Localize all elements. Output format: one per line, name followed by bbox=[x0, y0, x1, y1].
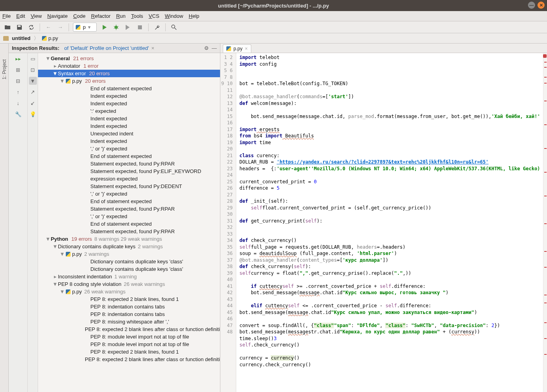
filter-icon[interactable]: ▼ bbox=[29, 77, 37, 85]
debug-icon[interactable] bbox=[112, 23, 120, 32]
tree-row[interactable]: ▼Syntax error20 errors bbox=[38, 70, 220, 77]
export-icon[interactable]: ↗ bbox=[29, 88, 37, 96]
tree-row[interactable]: Indent expected bbox=[38, 100, 220, 107]
tree-row[interactable]: ▼p.py2 warnings bbox=[38, 250, 220, 258]
wrench-icon[interactable] bbox=[153, 23, 161, 32]
minimize-button[interactable]: — bbox=[528, 2, 535, 9]
error-marker[interactable] bbox=[544, 251, 547, 252]
tree-row[interactable]: PEP 8: indentation contains tabs bbox=[38, 303, 220, 310]
tree-row[interactable]: PEP 8: module level import not at top of… bbox=[38, 333, 220, 341]
tree-row[interactable]: ',' or ')' expected bbox=[38, 213, 220, 220]
error-indicator-icon[interactable] bbox=[543, 54, 547, 58]
menu-vcs[interactable]: VCS bbox=[149, 13, 159, 19]
tree-row[interactable]: ▸Annotator1 error bbox=[38, 62, 220, 70]
error-marker[interactable] bbox=[544, 62, 547, 63]
menu-navigate[interactable]: Navigate bbox=[47, 13, 67, 19]
tree-row[interactable]: Indent expected bbox=[38, 137, 220, 145]
project-toolwindow-bar[interactable]: 1: Project bbox=[0, 44, 9, 392]
project-tool-label[interactable]: 1: Project bbox=[2, 59, 7, 80]
error-marker[interactable] bbox=[544, 101, 547, 101]
menu-help[interactable]: Help bbox=[189, 13, 199, 19]
error-marker[interactable] bbox=[544, 338, 547, 339]
tree-row[interactable]: Dictionary contains duplicate keys 'clas… bbox=[38, 265, 220, 273]
inspection-profile[interactable]: of 'Default' Profile on Project 'untitle… bbox=[64, 45, 149, 51]
run-icon[interactable] bbox=[100, 23, 109, 32]
tree-row[interactable]: Statement expected, found Py:RPAR bbox=[38, 228, 220, 235]
forward-icon[interactable]: → bbox=[56, 23, 65, 32]
expand-icon[interactable]: ⊞ bbox=[14, 66, 22, 74]
close-tab-icon[interactable]: × bbox=[151, 45, 155, 51]
tree-row[interactable]: ▼p.py26 weak warnings bbox=[38, 288, 220, 295]
menu-tools[interactable]: Tools bbox=[131, 13, 143, 19]
tree-row[interactable]: ',' or ')' expected bbox=[38, 190, 220, 198]
tree-row[interactable]: Statement expected, found Py:RPAR bbox=[38, 160, 220, 167]
error-marker[interactable] bbox=[544, 354, 547, 355]
close-button[interactable]: ✕ bbox=[537, 2, 545, 9]
save-icon[interactable] bbox=[15, 23, 24, 32]
import-icon[interactable]: ↙ bbox=[29, 99, 37, 107]
editor-body[interactable]: 1 2 3 4 5 6 7 8 9 10 11 12 13 14 15 16 1… bbox=[220, 53, 547, 392]
code-area[interactable]: import telebot import config bot = teleb… bbox=[236, 53, 543, 392]
collapse-icon[interactable]: ⊟ bbox=[14, 77, 22, 85]
next-icon[interactable]: ↓ bbox=[14, 99, 22, 107]
rerun-icon[interactable]: ▸▸ bbox=[14, 55, 22, 63]
group-icon[interactable]: ▭ bbox=[29, 55, 37, 63]
tree-row[interactable]: ▼Python19 errors8 warnings 29 weak warni… bbox=[38, 235, 220, 243]
coverage-icon[interactable] bbox=[124, 23, 132, 32]
prev-icon[interactable]: ↑ bbox=[14, 88, 22, 96]
tree-row[interactable]: Unexpected indent bbox=[38, 130, 220, 137]
tree-row[interactable]: Statement expected, found Py:ELIF_KEYWOR… bbox=[38, 167, 220, 175]
menu-view[interactable]: View bbox=[31, 13, 42, 19]
editor-tab[interactable]: p.py × bbox=[223, 44, 251, 53]
menu-file[interactable]: File bbox=[2, 13, 11, 19]
error-marker[interactable] bbox=[544, 67, 547, 68]
back-icon[interactable]: ← bbox=[44, 23, 53, 32]
tree-row[interactable]: Indent expected bbox=[38, 92, 220, 100]
tree-row[interactable]: PEP 8: expected 2 blank lines, found 1 bbox=[38, 295, 220, 303]
run-config-selector[interactable]: p ▾ bbox=[73, 23, 97, 32]
error-marker[interactable] bbox=[544, 223, 547, 224]
tree-row[interactable]: Statement expected, found Py:RPAR bbox=[38, 205, 220, 213]
breadcrumb-project[interactable]: untitled bbox=[12, 35, 31, 41]
error-marker[interactable] bbox=[544, 322, 547, 323]
tree-row[interactable]: End of statement expected bbox=[38, 198, 220, 205]
tree-row[interactable]: ▼Dictionary contains duplicate keys2 war… bbox=[38, 243, 220, 250]
gear-icon[interactable]: ⚙ bbox=[204, 45, 209, 51]
tree-row[interactable]: Indent expected bbox=[38, 115, 220, 122]
sync-icon[interactable] bbox=[27, 23, 36, 32]
error-marker[interactable] bbox=[544, 172, 547, 173]
error-stripe[interactable] bbox=[543, 53, 547, 392]
settings-icon[interactable]: 🔧 bbox=[14, 110, 22, 118]
tree-row[interactable]: PEP 8: indentation contains tabs bbox=[38, 310, 220, 318]
menu-edit[interactable]: Edit bbox=[16, 13, 25, 19]
breadcrumb-file[interactable]: p.py bbox=[48, 35, 58, 41]
error-marker[interactable] bbox=[544, 83, 547, 84]
tree-row[interactable]: PEP 8: module level import not at top of… bbox=[38, 341, 220, 348]
close-icon[interactable]: × bbox=[245, 46, 248, 51]
error-marker[interactable] bbox=[544, 303, 547, 303]
tree-row[interactable]: ',' or ')' expected bbox=[38, 145, 220, 152]
tree-row[interactable]: End of statement expected bbox=[38, 85, 220, 92]
tree-row[interactable]: Dictionary contains duplicate keys 'clas… bbox=[38, 258, 220, 265]
open-icon[interactable] bbox=[3, 23, 12, 32]
menu-code[interactable]: Code bbox=[73, 13, 86, 19]
tree-icon[interactable]: ⊡ bbox=[29, 66, 37, 74]
bulb-icon[interactable]: 💡 bbox=[29, 110, 37, 118]
menu-window[interactable]: Window bbox=[165, 13, 183, 19]
tree-row[interactable]: Statement expected, found Py:DEDENT bbox=[38, 183, 220, 190]
tree-row[interactable]: End of statement expected bbox=[38, 152, 220, 160]
tree-row[interactable]: PEP 8: expected 2 blank lines, found 1 bbox=[38, 348, 220, 356]
tree-row[interactable]: End of statement expected bbox=[38, 220, 220, 228]
tree-row[interactable]: PEP 8: missing whitespace after ',' bbox=[38, 318, 220, 325]
tree-row[interactable]: Indent expected bbox=[38, 122, 220, 130]
tree-row[interactable]: ▼PEP 8 coding style violation26 weak war… bbox=[38, 280, 220, 288]
tree-row[interactable]: PEP 8: expected 2 blank lines after clas… bbox=[38, 356, 220, 363]
inspection-tree[interactable]: ▼General21 errors▸Annotator1 error▼Synta… bbox=[38, 53, 220, 392]
tree-row[interactable]: PEP 8: expected 2 blank lines after clas… bbox=[38, 325, 220, 333]
tree-row[interactable]: expression expected bbox=[38, 175, 220, 183]
error-marker[interactable] bbox=[544, 124, 547, 125]
tree-row[interactable]: ':' expected bbox=[38, 107, 220, 115]
error-marker[interactable] bbox=[544, 295, 547, 295]
error-marker[interactable] bbox=[544, 267, 547, 268]
menu-refactor[interactable]: Refactor bbox=[91, 13, 111, 19]
